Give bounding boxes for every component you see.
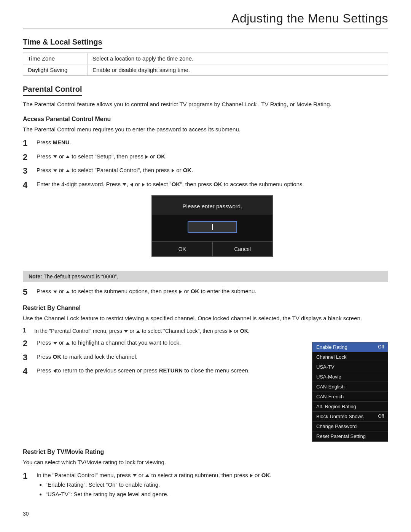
arrow-up-icon xyxy=(145,474,149,477)
menu-item: Block Unrated Shows Off xyxy=(312,412,388,422)
password-input[interactable] xyxy=(188,221,237,233)
list-item: 1 Press MENU. xyxy=(23,138,388,149)
list-item: “Enable Rating”: Select “On” to enable r… xyxy=(46,480,388,490)
arrow-down-icon xyxy=(53,155,57,158)
list-item: 2 Press or to select "Setup", then press… xyxy=(23,152,388,163)
sidebar-menu: Enable Rating Off Channel Lock USA-TV US… xyxy=(312,342,388,442)
note-label: Note: xyxy=(29,273,42,280)
step-number: 3 xyxy=(23,352,34,363)
ok-key: OK xyxy=(191,288,199,294)
steps-left: 1 In the "Parental Control" menu, press … xyxy=(23,327,312,380)
step-content: Press or to highlight a channel that you… xyxy=(37,338,312,347)
step5-list: 5 Press or to select the submenu options… xyxy=(23,287,388,298)
dialog-header: Please enter password. xyxy=(152,196,272,215)
page-number: 30 xyxy=(23,511,388,517)
menu-item-value: Off xyxy=(378,414,384,419)
step-number: 4 xyxy=(23,180,34,191)
table-row: Daylight Saving Enable or disable daylig… xyxy=(23,64,388,76)
menu-item: Reset Parental Setting xyxy=(312,431,388,441)
note-box: Note: The default password is “0000”. xyxy=(23,271,388,282)
arrow-up-icon xyxy=(66,155,70,158)
menu-item-label: Channel Lock xyxy=(316,354,347,360)
daylight-saving-desc: Enable or disable daylight saving time. xyxy=(88,64,388,76)
menu-item: USA-TV xyxy=(312,362,388,372)
parental-control-title: Parental Control xyxy=(23,85,82,96)
step-content: Press or to select "Parental Control", t… xyxy=(37,166,388,175)
rating-steps-list: 1 In the "Parental Control" menu, press … xyxy=(23,471,388,499)
ok-button[interactable]: OK xyxy=(152,242,213,256)
restrict-by-channel-section: Restrict By Channel Use the Channel Lock… xyxy=(23,305,388,442)
daylight-saving-label: Daylight Saving xyxy=(23,64,88,76)
access-parental-subsection: Access Parental Control Menu The Parenta… xyxy=(23,116,388,298)
arrow-right-icon xyxy=(229,329,232,333)
access-parental-title: Access Parental Control Menu xyxy=(23,116,388,123)
restrict-by-rating-desc: You can select which TV/Movie rating to … xyxy=(23,458,388,467)
arrow-up-icon xyxy=(136,330,140,333)
arrow-right-icon xyxy=(179,290,182,294)
list-item: 2 Press or to highlight a channel that y… xyxy=(23,338,312,349)
dialog-body xyxy=(152,215,272,241)
arrow-right-icon xyxy=(142,183,145,187)
ok-key: OK xyxy=(240,328,248,334)
ok-key: OK xyxy=(213,181,222,187)
time-zone-desc: Select a location to apply the time zone… xyxy=(88,53,388,64)
step-content: Press OK to mark and lock the channel. xyxy=(37,352,312,361)
dialog-footer: OK Cancel xyxy=(152,241,272,256)
access-parental-desc: The Parental Control menu requires you t… xyxy=(23,125,388,134)
menu-item-label: USA-Movie xyxy=(316,374,341,380)
menu-item: CAN-French xyxy=(312,392,388,402)
arrow-left-icon xyxy=(53,369,56,373)
step-number: 1 xyxy=(23,138,34,149)
step-content: Press or to select "Setup", then press o… xyxy=(37,152,388,161)
step-content: In the "Parental Control" menu, press or… xyxy=(37,471,388,499)
ok-key: OK xyxy=(183,167,192,173)
parental-intro: The Parental Control feature allows you … xyxy=(23,100,388,109)
arrow-down-icon xyxy=(53,342,57,345)
menu-item: CAN-English xyxy=(312,382,388,392)
list-item: 4 Press to return to the previous screen… xyxy=(23,366,312,377)
ok-key: OK xyxy=(172,181,180,187)
step-number: 1 xyxy=(23,471,34,482)
list-item: 5 Press or to select the submenu options… xyxy=(23,287,388,298)
menu-item: Enable Rating Off xyxy=(312,342,388,352)
step-number: 4 xyxy=(23,366,34,377)
restrict-by-rating-title: Restrict By TV/Movie Rating xyxy=(23,449,388,455)
steps-with-sidebar: 1 In the "Parental Control" menu, press … xyxy=(23,327,388,442)
return-key: RETURN xyxy=(159,367,183,374)
channel-steps-list: 1 In the "Parental Control" menu, press … xyxy=(23,327,312,377)
step-content: In the "Parental Control" menu, press or… xyxy=(34,327,312,335)
menu-item-label: Reset Parental Setting xyxy=(316,433,366,439)
cancel-button[interactable]: Cancel xyxy=(213,242,273,256)
restrict-by-channel-title: Restrict By Channel xyxy=(23,305,388,312)
restrict-by-channel-desc: Use the Channel Lock feature to restrict… xyxy=(23,314,388,323)
step-content: Press MENU. xyxy=(37,138,388,147)
arrow-right-icon xyxy=(250,474,253,478)
menu-item-label: Block Unrated Shows xyxy=(316,414,363,419)
menu-item-label: Alt. Region Rating xyxy=(316,404,356,409)
access-steps-list: 1 Press MENU. 2 Press or to select "Setu… xyxy=(23,138,388,263)
list-item: 3 Press or to select "Parental Control",… xyxy=(23,166,388,177)
step-number: 3 xyxy=(23,166,34,177)
step-content: Press to return to the previous screen o… xyxy=(37,366,312,375)
menu-item: Alt. Region Rating xyxy=(312,402,388,412)
arrow-down-icon xyxy=(124,330,128,333)
arrow-left-icon xyxy=(130,183,133,187)
arrow-up-icon xyxy=(66,342,70,345)
time-local-table: Time Zone Select a location to apply the… xyxy=(23,53,388,76)
menu-item-value: Off xyxy=(378,344,384,350)
list-item: 4 Enter the 4-digit password. Press , or… xyxy=(23,180,388,263)
step-content: Enter the 4-digit password. Press , or t… xyxy=(37,180,388,263)
time-local-section: Time & Local Settings Time Zone Select a… xyxy=(23,38,388,76)
page-title: Adjusting the Menu Settings xyxy=(23,11,388,29)
bullet-list: “Enable Rating”: Select “On” to enable r… xyxy=(46,480,388,499)
arrow-down-icon xyxy=(53,169,57,172)
menu-item: Change Password xyxy=(312,422,388,431)
arrow-up-icon xyxy=(66,169,70,172)
menu-item-label: Enable Rating xyxy=(316,344,347,350)
restrict-by-rating-section: Restrict By TV/Movie Rating You can sele… xyxy=(23,449,388,499)
menu-key: MENU xyxy=(53,139,70,145)
arrow-down-icon xyxy=(123,183,126,186)
step-number: 2 xyxy=(23,152,34,163)
menu-item-label: Change Password xyxy=(316,423,357,429)
password-dialog: Please enter password. OK Cancel xyxy=(151,195,273,257)
